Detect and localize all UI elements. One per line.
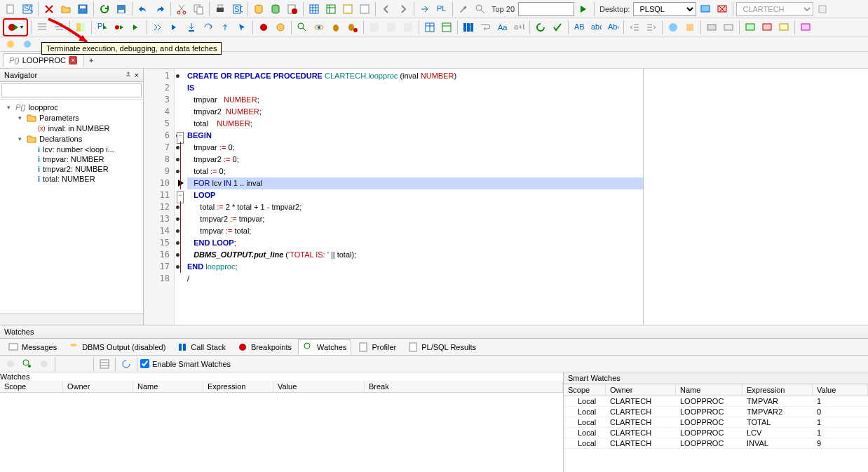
tree-decl-tmpvar[interactable]: itmpvar: NUMBER [1,154,142,164]
comp1-icon[interactable] [73,20,88,35]
wt-b2-icon[interactable] [20,356,35,372]
wt-grid-icon[interactable] [97,356,112,372]
grid3-icon[interactable] [340,1,355,17]
table-row[interactable]: LocalCLARTECHLOOPPROCTMPVAR1 [564,396,868,407]
tab-watches[interactable]: Watches [298,339,351,355]
x1-icon[interactable] [665,20,681,35]
sql-icon[interactable]: SQL [20,1,35,17]
code-editor[interactable]: 123456789101112131415161718 −− CREATE OR… [144,69,644,325]
upper-icon[interactable]: ABC [571,20,587,35]
tree-decl-lcv[interactable]: ilcv: number <loop i... [1,144,142,154]
r3-icon-1[interactable] [3,36,18,52]
db1-icon[interactable] [251,1,266,17]
ab-icon[interactable]: a+b [511,20,527,35]
pl-run-icon[interactable]: PL [95,20,110,35]
bp2-icon[interactable] [273,20,288,35]
nav-scrollbar[interactable] [0,313,143,325]
code-area[interactable]: CREATE OR REPLACE PROCEDURE CLARTECH.loo… [187,69,643,325]
tab-callstack[interactable]: Call Stack [172,339,231,355]
lower-icon[interactable]: abc [588,20,604,35]
tab-profiler[interactable]: Profiler [353,339,401,355]
tree-declarations[interactable]: ▾ Declarations [1,133,142,144]
new-icon[interactable] [3,1,18,17]
wt-refresh-icon[interactable] [118,356,134,372]
tab-breakpoints[interactable]: Breakpoints [232,339,297,355]
indent-l-icon[interactable] [627,20,642,35]
doc-tab-loopproc[interactable]: P() LOOPPROC × [3,53,83,67]
step2-icon[interactable] [167,20,182,35]
tree-parameters[interactable]: ▾ Parameters [1,112,142,123]
bug-icon[interactable] [328,20,344,35]
table-row[interactable]: LocalCLARTECHLOOPPROCTMPVAR20 [564,407,868,417]
x3-icon[interactable] [704,20,719,35]
x2-icon[interactable] [682,20,698,35]
exec-icon[interactable] [576,1,591,17]
expand-icon[interactable]: ▾ [4,104,13,111]
indent-r-icon[interactable] [644,20,659,35]
undo-icon[interactable] [135,1,151,17]
watch1-icon[interactable] [294,20,310,35]
delete-icon[interactable] [41,1,57,17]
mon3-icon[interactable] [776,20,792,35]
expand-icon[interactable]: ▾ [15,135,24,142]
tab-messages[interactable]: Messages [3,339,62,355]
d2-icon[interactable] [384,20,399,35]
wrench-icon[interactable] [456,1,471,17]
save-disk-icon[interactable] [114,1,129,17]
mon2-icon[interactable] [759,20,775,35]
grid1-icon[interactable] [306,1,322,17]
open-icon[interactable] [58,1,74,17]
outdent-icon[interactable] [51,20,67,35]
step-into-icon[interactable] [184,20,199,35]
pin-icon[interactable] [125,71,132,78]
schema-btn-icon[interactable] [815,1,830,17]
fwd-sql-icon[interactable] [417,1,433,17]
wt-b5-icon[interactable] [75,356,90,372]
refresh-icon[interactable] [97,1,112,17]
schema-select[interactable]: CLARTECH [736,2,813,16]
d3-icon[interactable] [400,20,416,35]
save-icon[interactable] [75,1,90,17]
tab-dbms[interactable]: DBMS Output (disabled) [63,339,170,355]
wrap-icon[interactable] [477,20,493,35]
table-row[interactable]: LocalCLARTECHLOOPPROCTOTAL1 [564,417,868,428]
db2-icon[interactable] [268,1,283,17]
run-debug-button[interactable]: ▾ [4,20,27,35]
r3-icon-2[interactable] [20,36,35,52]
copy-icon[interactable] [191,1,206,17]
refresh2-icon[interactable] [533,20,548,35]
wt-b3-icon[interactable] [36,356,52,372]
step1-icon[interactable] [150,20,165,35]
tree-param-inval[interactable]: (x) inval: in NUMBER [1,123,142,133]
forward-icon[interactable] [395,1,411,17]
tbl1-icon[interactable] [422,20,438,35]
redo-icon[interactable] [152,1,168,17]
expand-icon[interactable]: ▾ [15,114,24,121]
tab-plsql[interactable]: PL/SQL Results [402,339,481,355]
grid-a-icon[interactable] [461,20,476,35]
script-icon[interactable]: SQL [229,1,245,17]
back-icon[interactable] [379,1,394,17]
tree-root[interactable]: ▾ P() loopproc [1,102,142,112]
x4-icon[interactable] [721,20,736,35]
d1-icon[interactable] [367,20,382,35]
plsql-icon[interactable]: PL [434,1,449,17]
indent-icon[interactable] [34,20,50,35]
tbl2-icon[interactable] [439,20,454,35]
add-tab-button[interactable]: + [85,54,97,67]
close-icon[interactable]: × [69,56,77,65]
zoom-icon[interactable] [473,1,488,17]
watches-body[interactable] [0,393,563,472]
last-icon[interactable] [798,20,813,35]
bug-stop-icon[interactable] [345,20,360,35]
step-out-icon[interactable] [217,20,233,35]
desktop-opt2-icon[interactable] [714,1,730,17]
nav-close-icon[interactable]: × [135,71,139,79]
cursor-icon[interactable] [234,20,250,35]
cut-icon[interactable] [174,1,189,17]
wt-b4-icon[interactable] [58,356,74,372]
nav-search-input[interactable] [1,83,142,97]
table-row[interactable]: LocalCLARTECHLOOPPROCINVAL9 [564,438,868,449]
init-icon[interactable]: Abc [605,20,621,35]
grid2-icon[interactable] [323,1,339,17]
